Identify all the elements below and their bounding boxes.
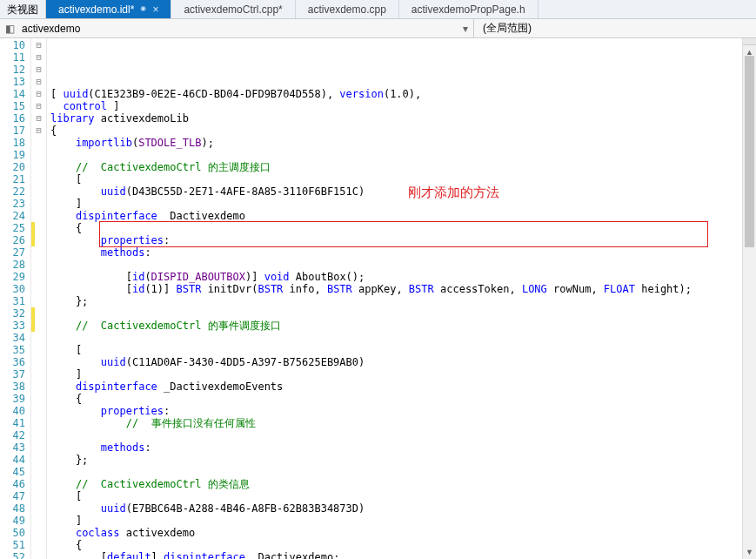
outline-marker[interactable]: ⊟ [31, 112, 46, 125]
line-number: 22 [0, 185, 30, 198]
line-number: 24 [0, 210, 30, 222]
line-number: 47 [0, 490, 30, 502]
line-number: 36 [0, 356, 30, 368]
code-line[interactable]: // 事件接口没有任何属性 [50, 417, 756, 429]
code-line[interactable]: [id(1)] BSTR initDvr(BSTR info, BSTR app… [50, 283, 756, 295]
code-line[interactable]: // CactivexdemoCtrl 的事件调度接口 [50, 320, 756, 332]
code-line[interactable]: uuid(E7BBC64B-A288-4B46-A8FB-62B83B34873… [50, 502, 756, 515]
code-line[interactable]: { [50, 393, 756, 405]
code-line[interactable] [50, 259, 756, 271]
code-line[interactable] [50, 307, 756, 320]
line-number: 31 [0, 295, 30, 307]
code-line[interactable]: library activexdemoLib [50, 112, 756, 125]
line-number: 48 [0, 502, 30, 515]
code-line[interactable]: methods: [50, 441, 756, 454]
code-line[interactable]: importlib(STDOLE_TLB); [50, 137, 756, 149]
tab-0[interactable]: activexdemo.idl*⁕× [46, 0, 171, 18]
code-line[interactable] [50, 332, 756, 344]
code-line[interactable]: uuid(C11AD0AF-3430-4DD5-A397-B75625EB9AB… [50, 356, 756, 368]
code-line[interactable]: coclass activexdemo [50, 527, 756, 539]
line-number: 32 [0, 307, 30, 320]
code-line[interactable]: [ [50, 490, 756, 502]
code-line[interactable]: ] [50, 368, 756, 381]
code-line[interactable] [50, 466, 756, 478]
code-line[interactable]: methods: [50, 246, 756, 259]
tab-2[interactable]: activexdemo.cpp [296, 0, 399, 18]
code-line[interactable]: { [50, 125, 756, 137]
tab-label: activexdemoPropPage.h [411, 3, 525, 16]
code-line[interactable]: [id(DISPID_ABOUTBOX)] void AboutBox(); [50, 271, 756, 283]
line-number: 46 [0, 478, 30, 490]
chevron-down-icon[interactable]: ▾ [458, 23, 473, 35]
outline-gutter[interactable]: ⊟⊟⊟⊟⊟⊟⊟⊟ [31, 38, 47, 559]
tab-3[interactable]: activexdemoPropPage.h [399, 0, 539, 18]
view-label: 类视图 [0, 0, 46, 18]
tab-label: activexdemo.idl* [58, 3, 134, 16]
line-number: 15 [0, 100, 30, 112]
scope-left-text: activexdemo [20, 23, 458, 35]
code-line[interactable]: uuid(D43BC55D-2E71-4AFE-8A85-3110F6BF151… [50, 185, 756, 198]
line-number: 39 [0, 393, 30, 405]
top-bar: 类视图 activexdemo.idl*⁕×activexdemoCtrl.cp… [0, 0, 756, 19]
line-number: 29 [0, 271, 30, 283]
code-line[interactable]: [ [50, 344, 756, 356]
outline-marker[interactable]: ⊟ [31, 88, 46, 100]
annotation-text: 刚才添加的方法 [408, 186, 499, 199]
code-line[interactable]: ] [50, 515, 756, 527]
split-handle[interactable] [743, 38, 756, 45]
outline-marker[interactable]: ⊟ [31, 76, 46, 88]
outline-marker[interactable]: ⊟ [31, 100, 46, 112]
line-number: 51 [0, 539, 30, 551]
scroll-thumb[interactable] [745, 56, 754, 247]
code-line[interactable] [50, 429, 756, 441]
outline-marker[interactable]: ⊟ [31, 125, 46, 137]
code-line[interactable]: [ [50, 173, 756, 185]
code-editor[interactable]: 1011121314151617181920212223242526272829… [0, 38, 756, 559]
line-number: 11 [0, 51, 30, 64]
line-number: 34 [0, 332, 30, 344]
line-number: 42 [0, 429, 30, 441]
line-number: 44 [0, 454, 30, 466]
outline-marker[interactable]: ⊟ [31, 51, 46, 64]
code-line[interactable]: ] [50, 198, 756, 210]
pin-icon[interactable]: ⁕ [139, 3, 147, 15]
vertical-scrollbar[interactable]: ▲ ▼ [742, 38, 756, 559]
line-number: 40 [0, 405, 30, 417]
tabs-container: activexdemo.idl*⁕×activexdemoCtrl.cpp*ac… [46, 0, 756, 18]
line-number: 28 [0, 259, 30, 271]
code-line[interactable]: // CactivexdemoCtrl 的主调度接口 [50, 161, 756, 173]
change-marker [31, 320, 35, 332]
line-number: 20 [0, 161, 30, 173]
line-number: 14 [0, 88, 30, 100]
line-number: 17 [0, 125, 30, 137]
code-line[interactable]: [ uuid(C1E323B9-0E2E-46CD-BD04-DFD9B704D… [50, 88, 756, 100]
outline-marker[interactable]: ⊟ [31, 39, 46, 51]
line-number: 10 [0, 39, 30, 51]
code-line[interactable]: dispinterface _Dactivexdemo [50, 210, 756, 222]
code-line[interactable]: }; [50, 295, 756, 307]
line-number: 16 [0, 112, 30, 125]
scope-left-dropdown[interactable]: ◧ activexdemo ▾ [0, 19, 474, 37]
line-number: 43 [0, 441, 30, 454]
line-number-gutter: 1011121314151617181920212223242526272829… [0, 38, 31, 559]
code-line[interactable]: // CactivexdemoCtrl 的类信息 [50, 478, 756, 490]
close-icon[interactable]: × [152, 3, 158, 16]
tab-label: activexdemo.cpp [308, 3, 386, 16]
scroll-down-arrow[interactable]: ▼ [743, 545, 756, 559]
scope-bar: ◧ activexdemo ▾ (全局范围) [0, 19, 756, 38]
line-number: 50 [0, 527, 30, 539]
code-line[interactable]: properties: [50, 405, 756, 417]
code-line[interactable]: dispinterface _DactivexdemoEvents [50, 381, 756, 393]
scope-right-dropdown[interactable]: (全局范围) [474, 19, 532, 37]
code-line[interactable]: }; [50, 454, 756, 466]
line-number: 37 [0, 368, 30, 381]
code-line[interactable]: { [50, 539, 756, 551]
code-line[interactable] [50, 149, 756, 161]
code-line[interactable]: control ] [50, 100, 756, 112]
code-area[interactable]: 刚才添加的方法 [ uuid(C1E323B9-0E2E-46CD-BD04-D… [47, 38, 756, 559]
outline-marker[interactable]: ⊟ [31, 64, 46, 76]
code-line[interactable]: [default] dispinterface _Dactivexdemo; [50, 551, 756, 559]
tab-1[interactable]: activexdemoCtrl.cpp* [171, 0, 295, 18]
line-number: 12 [0, 64, 30, 76]
line-number: 52 [0, 551, 30, 559]
